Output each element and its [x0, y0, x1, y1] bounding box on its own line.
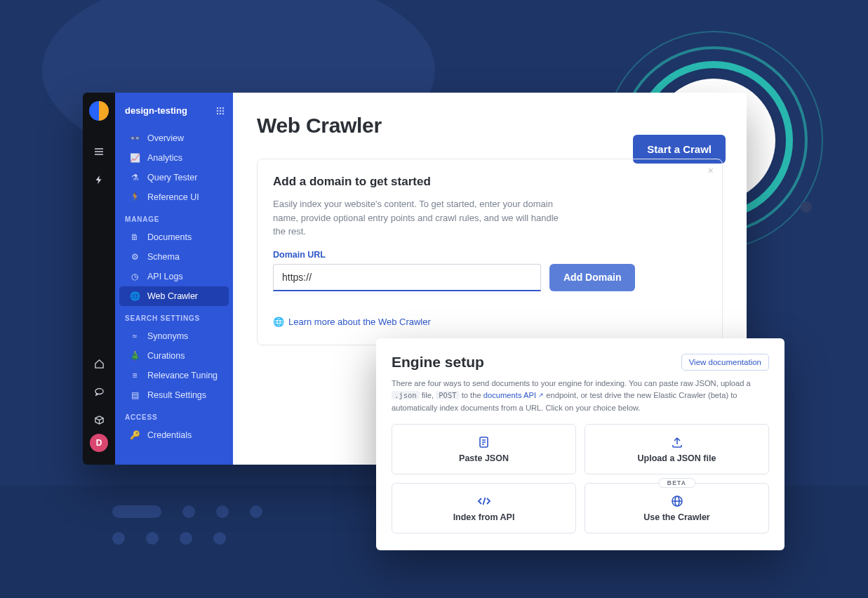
engine-setup-description: There are four ways to send documents to…: [392, 378, 769, 414]
svg-point-10: [220, 107, 222, 109]
option-label: Upload a JSON file: [638, 453, 716, 463]
tree-icon: 🎄: [129, 351, 140, 361]
product-logo[interactable]: [89, 101, 109, 121]
avatar[interactable]: D: [90, 434, 108, 452]
sidebar-item-query-tester[interactable]: ⚗Query Tester: [119, 168, 229, 187]
sidebar-item-label: Web Crawler: [147, 291, 198, 301]
breadcrumb[interactable]: design-testing: [115, 102, 233, 128]
sidebar-item-web-crawler[interactable]: 🌐Web Crawler: [119, 286, 229, 306]
sidebar-section-access: ACCESS: [115, 405, 233, 425]
sidebar-item-label: Synonyms: [147, 331, 188, 341]
upload-icon: [670, 435, 684, 449]
option-label: Index from API: [453, 512, 515, 522]
box-icon[interactable]: [92, 413, 106, 427]
option-upload-json[interactable]: Upload a JSON file: [585, 424, 769, 474]
option-paste-json[interactable]: Paste JSON: [392, 424, 576, 474]
api-icon: [476, 494, 492, 508]
engine-setup-heading: Engine setup: [392, 354, 484, 371]
svg-point-4: [801, 201, 812, 213]
left-rail: D: [83, 93, 115, 465]
result-icon: ▤: [129, 390, 140, 400]
sidebar-item-label: Query Tester: [147, 173, 197, 182]
option-label: Paste JSON: [459, 453, 509, 463]
chart-icon: 📈: [129, 153, 140, 163]
sidebar-item-label: Overview: [147, 133, 184, 143]
flask-icon: ⚗: [129, 173, 140, 182]
menu-icon[interactable]: [92, 145, 106, 159]
svg-point-13: [220, 109, 222, 112]
learn-more-link[interactable]: 🌐 Learn more about the Web Crawler: [273, 317, 431, 327]
option-use-crawler[interactable]: BETA Use the Crawler: [585, 483, 769, 533]
paste-icon: [477, 435, 491, 449]
desc-text: file,: [422, 391, 436, 399]
sidebar-item-reference-ui[interactable]: 🏃Reference UI: [119, 187, 229, 207]
link-label: documents API: [483, 391, 536, 399]
svg-point-12: [217, 109, 219, 112]
sidebar: design-testing 👓Overview 📈Analytics ⚗Que…: [115, 93, 233, 465]
globe-icon: 🌐: [129, 291, 140, 301]
view-documentation-button[interactable]: View documentation: [681, 354, 769, 371]
code-post: POST: [436, 391, 459, 399]
page-title: Web Crawler: [257, 114, 723, 138]
sidebar-item-label: Credentials: [147, 430, 192, 440]
documents-api-link[interactable]: documents API ↗: [483, 391, 544, 399]
sidebar-item-synonyms[interactable]: ≈Synonyms: [119, 326, 229, 346]
add-domain-button[interactable]: Add Domain: [549, 264, 635, 291]
sidebar-item-relevance-tuning[interactable]: ≡Relevance Tuning: [119, 366, 229, 385]
code-json: .json: [392, 391, 420, 399]
sidebar-item-label: Result Settings: [147, 390, 206, 400]
sidebar-item-analytics[interactable]: 📈Analytics: [119, 148, 229, 168]
svg-point-14: [222, 109, 225, 112]
breadcrumb-title: design-testing: [125, 105, 187, 116]
chat-icon[interactable]: [92, 385, 106, 399]
close-icon[interactable]: ×: [708, 165, 714, 176]
option-index-from-api[interactable]: Index from API: [392, 483, 576, 533]
binoculars-icon: 👓: [129, 133, 140, 143]
sidebar-item-result-settings[interactable]: ▤Result Settings: [119, 385, 229, 405]
svg-point-9: [217, 107, 219, 109]
add-domain-card: × Add a domain to get started Easily ind…: [257, 159, 723, 345]
home-icon[interactable]: [92, 357, 106, 371]
bg-dots-2: [112, 532, 226, 545]
sidebar-section-search-settings: SEARCH SETTINGS: [115, 306, 233, 326]
sidebar-item-label: Reference UI: [147, 192, 199, 202]
learn-more-label: Learn more about the Web Crawler: [288, 317, 431, 327]
globe-icon: [670, 494, 684, 508]
sidebar-item-label: Documents: [147, 232, 192, 242]
svg-point-15: [217, 112, 219, 114]
desc-text: There are four ways to send documents to…: [392, 379, 751, 387]
svg-point-16: [220, 112, 222, 114]
apps-grid-icon[interactable]: [216, 107, 225, 115]
sidebar-item-schema[interactable]: ⚙Schema: [119, 247, 229, 267]
sidebar-item-api-logs[interactable]: ◷API Logs: [119, 267, 229, 286]
clock-icon: ◷: [129, 272, 140, 281]
sidebar-item-curations[interactable]: 🎄Curations: [119, 346, 229, 366]
card-description: Easily index your website's content. To …: [273, 197, 568, 239]
svg-point-17: [222, 112, 225, 114]
bolt-icon[interactable]: [92, 173, 106, 187]
svg-point-11: [222, 107, 225, 109]
option-label: Use the Crawler: [643, 512, 709, 522]
card-heading: Add a domain to get started: [273, 175, 707, 189]
sidebar-item-label: Relevance Tuning: [147, 371, 218, 380]
sidebar-item-documents[interactable]: 🗎Documents: [119, 227, 229, 247]
bg-dots: [112, 505, 262, 518]
globe-icon: 🌐: [273, 317, 284, 327]
docs-icon: 🗎: [129, 232, 140, 242]
sidebar-item-label: Schema: [147, 252, 180, 262]
domain-url-label: Domain URL: [273, 250, 707, 260]
gear-icon: ⚙: [129, 252, 140, 262]
run-icon: 🏃: [129, 192, 140, 202]
sidebar-item-label: Curations: [147, 351, 185, 361]
sliders-icon: ≡: [129, 371, 140, 380]
avatar-initial: D: [96, 438, 102, 448]
key-icon: 🔑: [129, 430, 140, 440]
sidebar-item-credentials[interactable]: 🔑Credentials: [119, 425, 229, 445]
sidebar-section-manage: MANAGE: [115, 207, 233, 227]
desc-text: to the: [462, 391, 483, 399]
sidebar-item-label: Analytics: [147, 153, 182, 163]
engine-setup-panel: Engine setup View documentation There ar…: [376, 338, 784, 550]
approx-icon: ≈: [129, 331, 140, 341]
sidebar-item-overview[interactable]: 👓Overview: [119, 128, 229, 148]
domain-url-input[interactable]: [273, 264, 541, 291]
